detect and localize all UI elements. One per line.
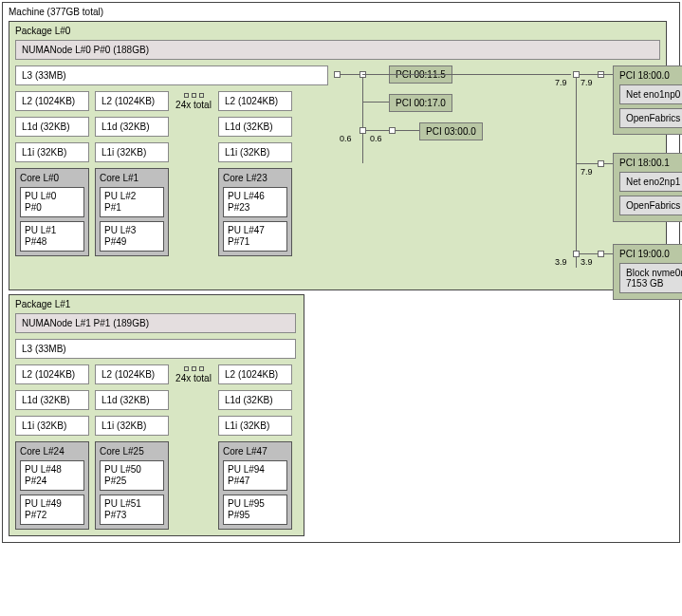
- pkg0-l1i-2: L1i (32KB): [218, 142, 292, 162]
- pu: PU L#0 P#0: [20, 187, 84, 217]
- bw: 0.6: [370, 134, 382, 143]
- pkg1-core-47: Core L#47 PU L#94 P#47 PU L#95 P#95: [218, 441, 292, 530]
- pci-18-00-0: PCI 18:00.0 Net eno1np0 OpenFabrics mlx5…: [613, 65, 682, 135]
- pkg1-l3: L3 (33MB): [15, 339, 296, 359]
- pci-00-17-0: PCI 00:17.0: [389, 94, 452, 112]
- pkg1-core-24: Core L#24 PU L#48 P#24 PU L#49 P#72: [15, 441, 89, 530]
- core-label: Core L#24: [20, 446, 84, 457]
- pu: PU L#48 P#24: [20, 460, 84, 491]
- ellipsis-1: 24x total: [175, 364, 212, 383]
- bw: 7.9: [555, 78, 567, 87]
- pkg0-core-23: Core L#23 PU L#46 P#23 PU L#47 P#71: [218, 168, 292, 256]
- pkg0-l1d-2: L1d (32KB): [218, 117, 292, 137]
- device: OpenFabrics mlx5_0: [619, 108, 682, 128]
- numa-0: NUMANode L#0 P#0 (188GB): [15, 40, 660, 60]
- pci-03-00-0: PCI 03:00.0: [419, 122, 483, 140]
- pkg1-l2-2: L2 (1024KB): [218, 364, 292, 384]
- pkg0-l1i-0: L1i (32KB): [15, 142, 89, 162]
- pci-19-00-0: PCI 19:00.0 Block nvme0n1 7153 GB: [613, 244, 682, 300]
- pu: PU L#51 P#73: [100, 495, 164, 525]
- device: OpenFabrics mlx5_1: [619, 196, 682, 215]
- pci-title: PCI 19:00.0: [619, 249, 682, 259]
- core-label: Core L#1: [100, 173, 164, 183]
- pu: PU L#1 P#48: [20, 221, 84, 252]
- pkg1-l1i-0: L1i (32KB): [15, 416, 89, 436]
- pkg0-l1i-1: L1i (32KB): [95, 142, 169, 162]
- pkg1-l1d-2: L1d (32KB): [218, 390, 292, 410]
- pci-title: PCI 18:00.0: [619, 70, 682, 81]
- pci-title: PCI 18:00.1: [619, 158, 682, 168]
- pu: PU L#47 P#71: [223, 221, 287, 252]
- pu: PU L#94 P#47: [223, 460, 287, 491]
- pkg1-l2-1: L2 (1024KB): [95, 364, 169, 384]
- pu: PU L#2 P#1: [100, 187, 164, 217]
- device: Block nvme0n1 7153 GB: [619, 263, 682, 293]
- bw: 7.9: [581, 167, 593, 177]
- pkg0-l1d-1: L1d (32KB): [95, 117, 169, 137]
- pu: PU L#46 P#23: [223, 187, 287, 217]
- pkg0-core-1: Core L#1 PU L#2 P#1 PU L#3 P#49: [95, 168, 169, 256]
- pkg0-l2-0: L2 (1024KB): [15, 91, 89, 111]
- bw: 3.9: [555, 257, 567, 267]
- core-label: Core L#25: [100, 446, 164, 457]
- package-0: Package L#0 NUMANode L#0 P#0 (188GB) L3 …: [9, 21, 667, 290]
- pci-tree: PCI 00:11.5 PCI 00:17.0 0.6 0.6 PCI 03:0…: [334, 65, 660, 284]
- package-0-title: Package L#0: [15, 26, 660, 36]
- ellipsis-1-text: 24x total: [175, 373, 212, 383]
- package-1-title: Package L#1: [15, 299, 298, 309]
- pkg1-l1d-1: L1d (32KB): [95, 390, 169, 410]
- pkg1-l2-0: L2 (1024KB): [15, 364, 89, 384]
- device: Net eno1np0: [619, 84, 682, 104]
- pu: PU L#95 P#95: [223, 495, 287, 525]
- pu: PU L#50 P#25: [100, 460, 164, 491]
- pkg1-l1i-1: L1i (32KB): [95, 416, 169, 436]
- package-0-cache-cores: L3 (33MB) L2 (1024KB) L2 (1024KB) 24x to…: [15, 65, 328, 256]
- machine-title: Machine (377GB total): [9, 7, 673, 17]
- pkg1-core-25: Core L#25 PU L#50 P#25 PU L#51 P#73: [95, 441, 169, 530]
- pkg0-l2-2: L2 (1024KB): [218, 91, 292, 111]
- core-label: Core L#47: [223, 446, 287, 457]
- bw: 3.9: [581, 257, 593, 267]
- package-1: Package L#1 NUMANode L#1 P#1 (189GB) L3 …: [9, 294, 304, 536]
- device: Net eno2np1: [619, 172, 682, 192]
- pkg1-l1i-2: L1i (32KB): [218, 416, 292, 436]
- pkg0-core-0: Core L#0 PU L#0 P#0 PU L#1 P#48: [15, 168, 89, 256]
- machine-box: Machine (377GB total) Package L#0 NUMANo…: [2, 2, 680, 543]
- pu: PU L#3 P#49: [100, 221, 164, 252]
- pci-18-00-1: PCI 18:00.1 Net eno2np1 OpenFabrics mlx5…: [613, 153, 682, 222]
- pkg1-l1d-0: L1d (32KB): [15, 390, 89, 410]
- core-label: Core L#0: [20, 173, 84, 183]
- pkg0-l3: L3 (33MB): [15, 65, 328, 85]
- bw: 0.6: [340, 134, 352, 143]
- bw: 7.9: [581, 78, 593, 87]
- ellipsis-0: 24x total: [175, 91, 212, 110]
- numa-1: NUMANode L#1 P#1 (189GB): [15, 313, 296, 333]
- pkg0-l2-1: L2 (1024KB): [95, 91, 169, 111]
- core-label: Core L#23: [223, 173, 287, 183]
- pu: PU L#49 P#72: [20, 495, 84, 525]
- ellipsis-0-text: 24x total: [175, 100, 212, 110]
- pkg0-l1d-0: L1d (32KB): [15, 117, 89, 137]
